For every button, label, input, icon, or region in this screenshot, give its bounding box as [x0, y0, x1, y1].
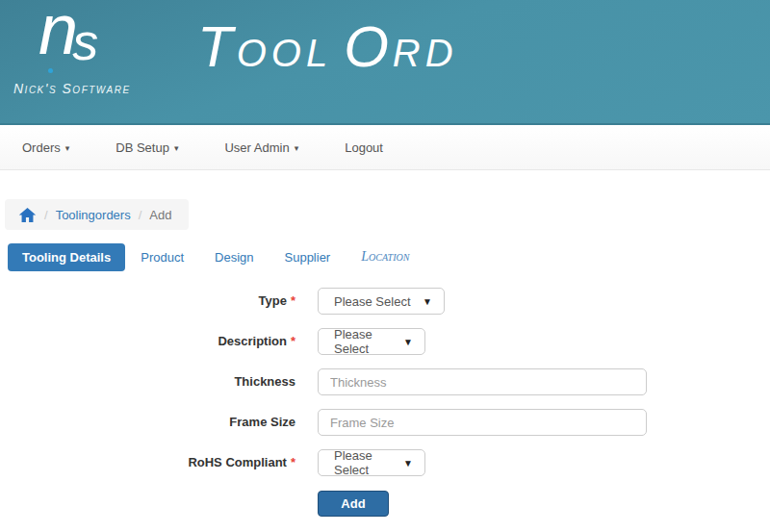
select-arrow-icon: ▼	[403, 458, 413, 469]
frame-size-input[interactable]	[318, 409, 647, 436]
thickness-label-text: Thickness	[234, 374, 295, 389]
logo: ns Nick's Software	[13, 0, 187, 106]
tab-location[interactable]: Location	[346, 242, 424, 271]
app-title-part: O	[344, 14, 393, 79]
form-row-type: Type* Please Select ▼	[5, 288, 770, 315]
nav-item-orders[interactable]: Orders▾	[10, 127, 82, 168]
type-label: Type*	[5, 288, 295, 315]
nav-item-logout[interactable]: Logout	[332, 127, 396, 168]
form-row-description: Description* Please Select ▼	[5, 328, 770, 355]
app-title-part: rd	[393, 32, 458, 74]
app-title-part: ool	[237, 32, 332, 74]
caret-down-icon: ▾	[65, 143, 70, 153]
app-title: ToolOrd	[197, 13, 458, 80]
breadcrumb: / Toolingorders / Add	[5, 199, 189, 230]
thickness-input[interactable]	[318, 368, 647, 395]
breadcrumb-home-link[interactable]	[18, 206, 37, 224]
nav-item-label: DB Setup	[116, 140, 169, 155]
form-row-frame-size: Frame Size	[5, 409, 770, 436]
description-select-value: Please Select	[334, 327, 394, 356]
nav-item-db-setup[interactable]: DB Setup▾	[103, 127, 191, 168]
rohs-label-text: RoHS Compliant	[188, 455, 287, 469]
breadcrumb-separator: /	[131, 208, 150, 222]
rohs-label: RoHS Compliant*	[5, 449, 295, 476]
required-marker: *	[291, 293, 295, 308]
breadcrumb-separator: /	[37, 208, 56, 222]
select-arrow-icon: ▼	[403, 337, 413, 347]
home-icon	[18, 206, 37, 224]
caret-down-icon: ▾	[295, 143, 299, 153]
logo-subtitle: Nick's Software	[13, 81, 131, 96]
main-nav: Orders▾ DB Setup▾ User Admin▾ Logout	[0, 125, 770, 170]
main-content: / Toolingorders / Add Tooling Details Pr…	[0, 170, 770, 517]
nav-item-label: Logout	[345, 140, 383, 155]
submit-row: Add	[5, 491, 770, 517]
logo-letter-s: s	[72, 13, 98, 70]
description-label: Description*	[5, 328, 295, 355]
frame-size-label-text: Frame Size	[229, 415, 295, 429]
tab-bar: Tooling Details Product Design Supplier …	[8, 242, 770, 271]
required-marker: *	[291, 455, 295, 469]
description-select[interactable]: Please Select ▼	[318, 328, 425, 355]
caret-down-icon: ▾	[174, 143, 179, 153]
app-header: ns Nick's Software ToolOrd	[0, 0, 770, 125]
tab-supplier[interactable]: Supplier	[270, 243, 346, 271]
type-select[interactable]: Please Select ▼	[318, 288, 445, 315]
tooling-form: Type* Please Select ▼ Description* Pleas…	[5, 288, 770, 517]
type-label-text: Type	[259, 293, 287, 308]
nav-item-label: Orders	[22, 140, 61, 155]
description-label-text: Description	[218, 334, 287, 348]
app-title-part: T	[197, 14, 237, 79]
nav-item-user-admin[interactable]: User Admin▾	[212, 127, 311, 168]
breadcrumb-link-toolingorders[interactable]: Toolingorders	[56, 208, 131, 222]
thickness-label: Thickness	[5, 368, 295, 395]
logo-dot	[48, 68, 53, 73]
select-arrow-icon: ▼	[423, 296, 432, 307]
add-button[interactable]: Add	[318, 491, 389, 517]
logo-monogram: ns	[38, 0, 104, 70]
form-row-thickness: Thickness	[5, 368, 770, 395]
form-row-rohs: RoHS Compliant* Please Select ▼	[5, 449, 770, 476]
tab-product[interactable]: Product	[125, 243, 199, 271]
tab-tooling-details[interactable]: Tooling Details	[8, 243, 125, 271]
type-select-value: Please Select	[334, 294, 411, 309]
rohs-select-value: Please Select	[334, 448, 394, 477]
breadcrumb-current: Add	[149, 208, 171, 222]
frame-size-label: Frame Size	[5, 409, 295, 436]
rohs-select[interactable]: Please Select ▼	[318, 449, 425, 476]
required-marker: *	[291, 334, 295, 348]
nav-item-label: User Admin	[224, 140, 289, 155]
tab-design[interactable]: Design	[199, 243, 269, 271]
